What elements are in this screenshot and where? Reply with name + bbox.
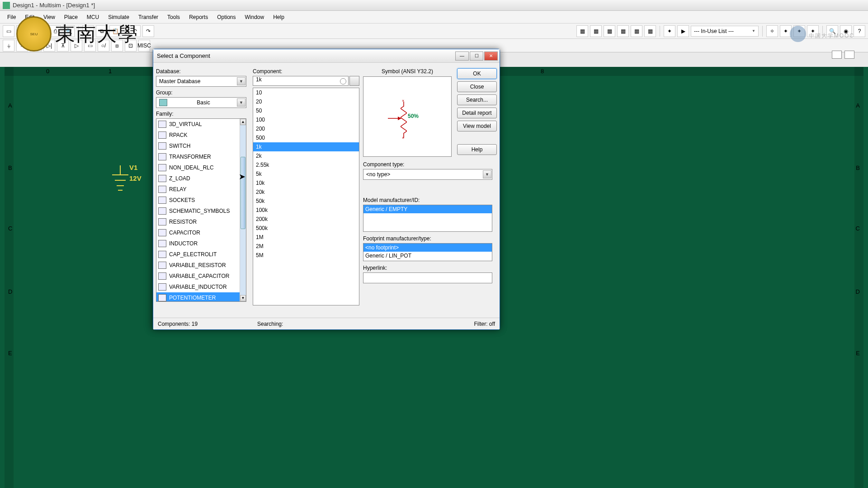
family-item-label: VARIABLE_CAPACITOR <box>169 273 229 279</box>
component-item[interactable]: 200 <box>253 124 359 133</box>
place-icon[interactable]: ✦ <box>664 25 675 37</box>
grid5-icon[interactable]: ▦ <box>631 25 642 37</box>
misc-icon[interactable]: MISC <box>138 40 150 52</box>
list-view-toggles <box>832 51 854 59</box>
family-item[interactable]: VARIABLE_INDUCTOR <box>156 282 240 292</box>
family-scrollbar[interactable]: ▲ ▼ <box>240 119 246 301</box>
scroll-thumb[interactable] <box>241 157 245 229</box>
component-item[interactable]: 500k <box>253 224 359 233</box>
row-b-r: B <box>856 164 860 171</box>
probe-icon[interactable]: ✧ <box>766 25 778 37</box>
menu-window[interactable]: Window <box>241 13 269 21</box>
help-icon[interactable]: ? <box>854 25 865 37</box>
search-button[interactable]: Search... <box>457 94 497 105</box>
row-b-l: B <box>8 164 12 171</box>
list-toggle-2[interactable] <box>844 51 854 59</box>
family-item[interactable]: VARIABLE_CAPACITOR <box>156 271 240 282</box>
family-item[interactable]: NON_IDEAL_RLC <box>156 162 240 173</box>
view-model-button[interactable]: View model <box>457 121 497 131</box>
new-icon[interactable]: ▭ <box>3 25 14 37</box>
component-item[interactable]: 1M <box>253 233 359 242</box>
close-button[interactable]: Close <box>457 81 497 92</box>
run-icon[interactable]: ▶ <box>677 25 689 37</box>
component-item[interactable]: 50 <box>253 106 359 115</box>
component-item[interactable]: 2k <box>253 151 359 160</box>
family-item-icon <box>158 197 166 204</box>
close-icon[interactable]: ✕ <box>484 52 498 61</box>
gnd-icon[interactable]: ⏚ <box>3 40 14 52</box>
menu-help[interactable]: Help <box>269 13 289 21</box>
list-toggle-1[interactable] <box>832 51 842 59</box>
detail-report-button[interactable]: Detail report <box>457 108 497 118</box>
inuse-list-dropdown[interactable]: --- In-Use List --- <box>691 26 759 37</box>
grid6-icon[interactable]: ▦ <box>644 25 656 37</box>
window-title: Design1 - Multisim - [Design1 *] <box>13 2 95 9</box>
model-item[interactable]: Generic / EMPTY <box>363 205 492 213</box>
footprint-listbox[interactable]: <no footprint>Generic / LIN_POT <box>363 243 492 261</box>
family-item[interactable]: INDUCTOR <box>156 238 240 249</box>
family-listbox[interactable]: 3D_VIRTUALRPACKSWITCHTRANSFORMERNON_IDEA… <box>156 118 246 302</box>
scroll-down-icon[interactable]: ▼ <box>240 295 246 301</box>
component-item[interactable]: 10k <box>253 178 359 188</box>
ok-button[interactable]: OK <box>457 68 497 79</box>
family-item[interactable]: SCHEMATIC_SYMBOLS <box>156 206 240 216</box>
component-item[interactable]: 2.55k <box>253 160 359 169</box>
family-item[interactable]: TRANSFORMER <box>156 151 240 162</box>
component-item[interactable]: 2M <box>253 242 359 251</box>
footprint-item[interactable]: Generic / LIN_POT <box>363 252 492 260</box>
component-search-input[interactable]: 1k <box>253 76 349 86</box>
family-item[interactable]: VARIABLE_RESISTOR <box>156 260 240 271</box>
menu-options[interactable]: Options <box>212 13 240 21</box>
col-1: 1 <box>108 68 112 75</box>
component-item[interactable]: 5M <box>253 251 359 260</box>
component-item[interactable]: 500 <box>253 133 359 142</box>
menu-tools[interactable]: Tools <box>163 13 184 21</box>
maximize-icon[interactable]: ☐ <box>470 52 483 61</box>
voltage-source-symbol[interactable] <box>112 170 128 197</box>
component-item[interactable]: 5k <box>253 169 359 178</box>
grid-icon[interactable]: ▦ <box>576 25 588 37</box>
database-dropdown[interactable]: Master Database <box>156 76 246 87</box>
component-item[interactable]: 200k <box>253 215 359 224</box>
hyperlink-input[interactable] <box>363 272 492 283</box>
grid3-icon[interactable]: ▦ <box>604 25 615 37</box>
status-count: Components: 19 <box>158 321 257 327</box>
symbol-percent: 50% <box>408 113 419 119</box>
component-listbox[interactable]: 1020501002005001k2k2.55k5k10k20k50k100k2… <box>253 88 359 305</box>
symbol-preview: × × 50% <box>363 76 452 157</box>
help-button[interactable]: Help <box>457 144 497 155</box>
group-dropdown[interactable]: Basic <box>156 97 246 108</box>
family-item[interactable]: SOCKETS <box>156 195 240 206</box>
model-listbox[interactable]: Generic / EMPTY <box>363 205 492 232</box>
family-item[interactable]: Z_LOAD <box>156 173 240 184</box>
family-item[interactable]: POTENTIOMETER <box>156 292 240 302</box>
component-item[interactable]: 20 <box>253 97 359 106</box>
redo-icon[interactable]: ↷ <box>142 25 154 37</box>
component-item[interactable]: 20k <box>253 188 359 197</box>
family-item[interactable]: 3D_VIRTUAL <box>156 119 240 130</box>
grid2-icon[interactable]: ▦ <box>590 25 602 37</box>
family-item-icon <box>158 164 166 171</box>
family-item[interactable]: SWITCH <box>156 141 240 151</box>
family-item[interactable]: CAPACITOR <box>156 227 240 238</box>
family-item[interactable]: RESISTOR <box>156 216 240 227</box>
mouse-cursor-icon: ➤ <box>239 172 245 182</box>
component-item[interactable]: 100k <box>253 206 359 215</box>
family-item[interactable]: CAP_ELECTROLIT <box>156 249 240 260</box>
family-label: Family: <box>156 111 246 117</box>
grid4-icon[interactable]: ▦ <box>617 25 629 37</box>
comp-type-dropdown[interactable]: <no type> <box>363 169 492 180</box>
footprint-item[interactable]: <no footprint> <box>363 244 492 252</box>
component-item[interactable]: 10 <box>253 88 359 97</box>
filter-icon[interactable] <box>349 76 359 86</box>
scroll-up-icon[interactable]: ▲ <box>240 119 246 125</box>
select-component-dialog: Select a Component — ☐ ✕ Database: Maste… <box>153 49 500 330</box>
row-d-r: D <box>856 288 860 295</box>
component-item[interactable]: 1k <box>253 142 359 151</box>
minimize-icon[interactable]: — <box>455 52 469 61</box>
menu-reports[interactable]: Reports <box>184 13 212 21</box>
component-item[interactable]: 100 <box>253 115 359 124</box>
family-item[interactable]: RELAY <box>156 184 240 195</box>
component-item[interactable]: 50k <box>253 197 359 206</box>
family-item[interactable]: RPACK <box>156 130 240 141</box>
